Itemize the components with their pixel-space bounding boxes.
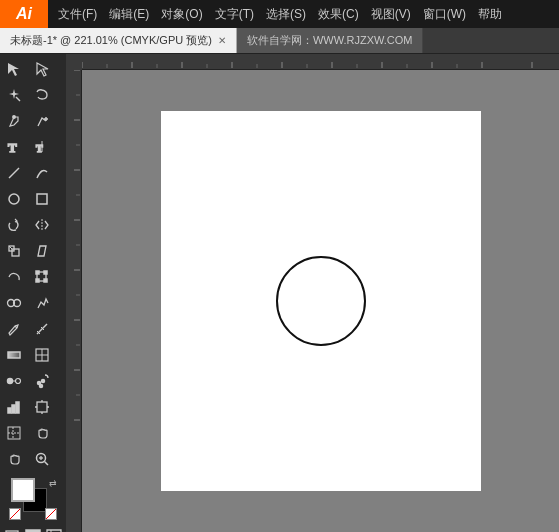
- magic-wand-tool[interactable]: [0, 82, 28, 108]
- hand-tool-2[interactable]: [0, 446, 28, 472]
- svg-rect-11: [12, 249, 19, 256]
- svg-point-1: [13, 116, 15, 118]
- svg-point-34: [40, 385, 43, 388]
- tab-bar: 未标题-1* @ 221.01% (CMYK/GPU 预览) ✕ 软件自学网：W…: [0, 28, 559, 54]
- pen-tool[interactable]: [0, 108, 28, 134]
- line-segment-tool[interactable]: [0, 160, 28, 186]
- menu-view[interactable]: 视图(V): [365, 0, 417, 28]
- ruler-left: [66, 70, 82, 532]
- app-logo: Ai: [0, 0, 48, 28]
- title-bar: Ai 文件(F) 编辑(E) 对象(O) 文字(T) 选择(S) 效果(C) 视…: [0, 0, 559, 28]
- svg-rect-17: [36, 279, 39, 282]
- blend-tool[interactable]: [0, 368, 28, 394]
- svg-rect-36: [12, 405, 15, 413]
- menu-select[interactable]: 选择(S): [260, 0, 312, 28]
- mesh-tool[interactable]: [28, 342, 56, 368]
- svg-rect-38: [37, 402, 47, 412]
- svg-rect-15: [36, 271, 39, 274]
- column-graph-tool[interactable]: [0, 394, 28, 420]
- main-area: T T: [0, 54, 559, 532]
- change-screen-mode-icon[interactable]: [3, 528, 21, 532]
- reflect-tool[interactable]: [28, 212, 56, 238]
- tool-row-14: [0, 394, 66, 420]
- rotate-tool[interactable]: [0, 212, 28, 238]
- svg-line-7: [9, 168, 19, 178]
- measure-tool[interactable]: [28, 316, 56, 342]
- canvas-area: [66, 54, 559, 532]
- menu-help[interactable]: 帮助: [472, 0, 508, 28]
- artboard-tool[interactable]: [28, 394, 56, 420]
- shear-tool[interactable]: [28, 238, 56, 264]
- tab-close-button[interactable]: ✕: [218, 35, 226, 46]
- hand-tool[interactable]: [28, 420, 56, 446]
- free-transform-tool[interactable]: [28, 264, 56, 290]
- live-paint-tool[interactable]: [28, 290, 56, 316]
- screen-mode-3-icon[interactable]: [45, 528, 63, 532]
- menu-type[interactable]: 文字(T): [209, 0, 260, 28]
- ruler-corner: [66, 54, 82, 70]
- svg-line-21: [15, 326, 17, 328]
- arc-tool[interactable]: [28, 160, 56, 186]
- shape-builder-tool[interactable]: [0, 290, 28, 316]
- tool-row-8: [0, 238, 66, 264]
- tool-row-15: [0, 420, 66, 446]
- warp-tool[interactable]: [0, 264, 28, 290]
- tab-inactive[interactable]: 软件自学网：WWW.RJZXW.COM: [237, 28, 424, 53]
- color-area: ⇄: [0, 472, 66, 524]
- canvas-content: [82, 70, 559, 532]
- menu-window[interactable]: 窗口(W): [417, 0, 472, 28]
- rectangle-tool[interactable]: [28, 186, 56, 212]
- menu-object[interactable]: 对象(O): [155, 0, 208, 28]
- ellipse-tool[interactable]: [0, 186, 28, 212]
- vertical-type-tool[interactable]: T: [28, 134, 56, 160]
- symbol-sprayer-tool[interactable]: [28, 368, 56, 394]
- zoom-tool[interactable]: [28, 446, 56, 472]
- menu-bar: 文件(F) 编辑(E) 对象(O) 文字(T) 选择(S) 效果(C) 视图(V…: [48, 0, 559, 28]
- tool-row-7: [0, 212, 66, 238]
- slice-tool[interactable]: [0, 420, 28, 446]
- artboard: [161, 111, 481, 491]
- tool-row-10: [0, 290, 66, 316]
- selection-tool[interactable]: [0, 56, 28, 82]
- add-anchor-tool[interactable]: [28, 108, 56, 134]
- direct-selection-tool[interactable]: [28, 56, 56, 82]
- toolbar-bottom-icons: [0, 526, 66, 532]
- svg-rect-16: [44, 271, 47, 274]
- menu-file[interactable]: 文件(F): [52, 0, 103, 28]
- tool-row-13: [0, 368, 66, 394]
- tool-row-4: T T: [0, 134, 66, 160]
- menu-effect[interactable]: 效果(C): [312, 0, 365, 28]
- svg-line-0: [16, 97, 20, 101]
- type-tool[interactable]: T: [0, 134, 28, 160]
- svg-point-30: [16, 379, 21, 384]
- tool-row-16: [0, 446, 66, 472]
- svg-rect-37: [16, 402, 19, 413]
- tab-active[interactable]: 未标题-1* @ 221.01% (CMYK/GPU 预览) ✕: [0, 28, 237, 53]
- ruler-top: [82, 54, 559, 70]
- toolbar: T T: [0, 54, 66, 532]
- tool-row-5: [0, 160, 66, 186]
- swap-colors-icon[interactable]: ⇄: [49, 478, 57, 488]
- screen-mode-2-icon[interactable]: [24, 528, 42, 532]
- menu-edit[interactable]: 编辑(E): [103, 0, 155, 28]
- scale-tool[interactable]: [0, 238, 28, 264]
- tool-row-3: [0, 108, 66, 134]
- svg-rect-18: [44, 279, 47, 282]
- svg-line-47: [45, 462, 49, 466]
- tool-row-1: [0, 56, 66, 82]
- eyedropper-tool[interactable]: [0, 316, 28, 342]
- tool-row-12: [0, 342, 66, 368]
- lasso-tool[interactable]: [28, 82, 56, 108]
- gradient-tool[interactable]: [0, 342, 28, 368]
- circle-shape: [276, 256, 366, 346]
- none-color-icon[interactable]: [45, 508, 57, 520]
- svg-point-8: [9, 194, 19, 204]
- tab-inactive-label: 软件自学网：WWW.RJZXW.COM: [247, 33, 413, 48]
- svg-point-33: [42, 380, 45, 383]
- svg-rect-35: [8, 408, 11, 413]
- foreground-color-swatch[interactable]: [11, 478, 35, 502]
- svg-text:T: T: [8, 140, 17, 155]
- reset-colors-icon[interactable]: [9, 508, 21, 520]
- svg-rect-9: [37, 194, 47, 204]
- svg-point-29: [8, 379, 13, 384]
